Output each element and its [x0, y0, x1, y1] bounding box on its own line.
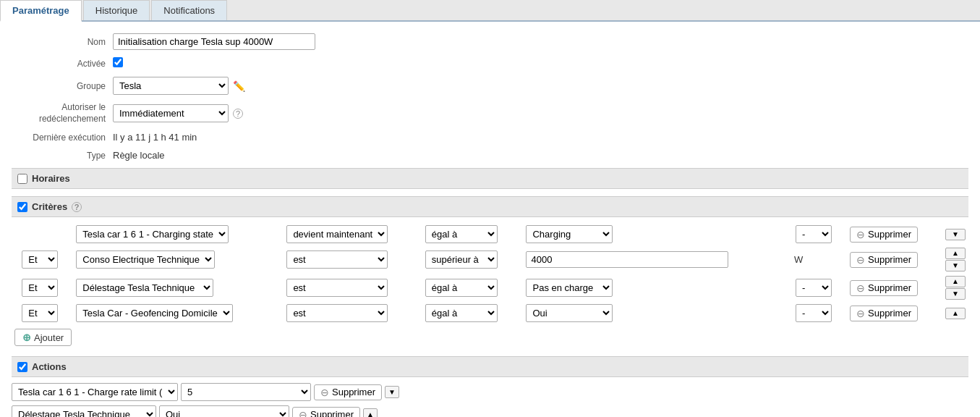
value-cell — [523, 245, 793, 274]
connector-select[interactable]: EtOu — [22, 304, 58, 322]
extra-cell: W — [793, 245, 847, 274]
criteres-checkbox[interactable] — [17, 202, 27, 212]
derniere-row: Dernière exécution Il y a 11 j 1 h 41 mi… — [12, 132, 968, 143]
delete-button[interactable]: ⊖ Supprimer — [850, 280, 918, 296]
move-up-button[interactable]: ▲ — [945, 276, 966, 287]
op2-select[interactable]: égal à — [425, 225, 498, 243]
criteria-row: EtOu Conso Electrique Technique est supé… — [12, 245, 968, 274]
extra-cell: - — [793, 274, 847, 302]
extra-cell: - — [793, 223, 847, 245]
delete-cell: ⊖ Supprimer — [847, 302, 942, 324]
autoriser-select[interactable]: Immédiatement — [113, 104, 229, 122]
connector-cell — [12, 245, 19, 274]
move-down-button[interactable]: ▼ — [945, 229, 966, 240]
device-select[interactable]: Conso Electrique Technique — [76, 250, 215, 269]
op2-cell: supérieur à — [422, 245, 524, 274]
extra-select[interactable]: - — [796, 279, 832, 297]
value-input[interactable] — [526, 251, 728, 268]
criteria-row: EtOu Tesla Car - Geofencing Domicile est… — [12, 302, 968, 324]
action-delete-button[interactable]: ⊖ Supprimer — [292, 407, 360, 417]
action-row: Tesla car 1 6 1 - Charge rate limit ( 5 … — [12, 383, 968, 401]
activee-checkbox[interactable] — [113, 57, 123, 67]
action-value-select[interactable]: 5 — [181, 383, 311, 401]
minus-icon: ⊖ — [856, 229, 865, 240]
nom-input[interactable] — [113, 33, 315, 50]
op1-select[interactable]: devient maintenant — [286, 225, 388, 243]
delete-button[interactable]: ⊖ Supprimer — [850, 306, 918, 321]
delete-label: Supprimer — [868, 308, 911, 319]
op1-select[interactable]: est — [286, 279, 388, 297]
op2-cell: égal à — [422, 223, 524, 245]
minus-icon: ⊖ — [856, 254, 865, 266]
delete-button[interactable]: ⊖ Supprimer — [850, 227, 918, 243]
activee-label: Activée — [12, 59, 113, 69]
horaires-section-header[interactable]: Horaires — [12, 168, 968, 189]
value-select[interactable]: Charging — [526, 225, 613, 243]
horaires-checkbox[interactable] — [17, 174, 27, 184]
groupe-edit-icon[interactable]: ✏️ — [233, 80, 245, 92]
minus-icon: ⊖ — [856, 282, 865, 294]
delete-cell: ⊖ Supprimer — [847, 245, 942, 274]
connector-select[interactable]: EtOu — [22, 250, 58, 269]
autoriser-value: Immédiatement ? — [113, 104, 968, 122]
value-select[interactable]: Pas en charge — [526, 279, 613, 297]
move-up-button[interactable]: ▲ — [945, 248, 966, 259]
nom-value — [113, 33, 968, 50]
delete-label: Supprimer — [868, 282, 911, 293]
actions-label: Actions — [32, 361, 67, 372]
move-cell: ▼ — [942, 223, 968, 245]
groupe-select[interactable]: Tesla — [113, 77, 229, 95]
delete-label: Supprimer — [310, 409, 354, 417]
op2-cell: égal à — [422, 302, 524, 324]
device-select[interactable]: Tesla car 1 6 1 - Charging state — [76, 225, 229, 243]
op1-select[interactable]: est — [286, 250, 388, 269]
criteria-row: Tesla car 1 6 1 - Charging state devient… — [12, 223, 968, 245]
actions-checkbox[interactable] — [17, 362, 27, 372]
move-up-button[interactable]: ▲ — [945, 308, 966, 319]
actions-section-header[interactable]: Actions — [12, 356, 968, 377]
tab-historique[interactable]: Historique — [83, 0, 150, 20]
op1-cell: est — [284, 245, 422, 274]
criteria-row: EtOu Délestage Tesla Technique est égal … — [12, 274, 968, 302]
move-up-button[interactable]: ▲ — [363, 408, 378, 417]
tab-notifications[interactable]: Notifications — [151, 0, 227, 20]
action-value-select[interactable]: Oui — [159, 405, 289, 417]
criteres-table: Tesla car 1 6 1 - Charging state devient… — [12, 223, 968, 324]
device-cell: Tesla Car - Geofencing Domicile — [73, 302, 284, 324]
criteres-add-label: Ajouter — [34, 332, 64, 343]
activee-row: Activée — [12, 57, 968, 70]
extra-select[interactable]: - — [796, 225, 832, 243]
delete-button[interactable]: ⊖ Supprimer — [850, 252, 918, 268]
op1-select[interactable]: est — [286, 304, 388, 322]
criteres-help-icon: ? — [72, 202, 82, 212]
op2-cell: égal à — [422, 274, 524, 302]
criteres-add-button[interactable]: ⊕ Ajouter — [14, 329, 72, 346]
action-device-select[interactable]: Délestage Tesla Technique — [12, 405, 156, 417]
op1-cell: est — [284, 302, 422, 324]
device-select[interactable]: Délestage Tesla Technique — [76, 279, 213, 297]
action-delete-button[interactable]: ⊖ Supprimer — [314, 384, 382, 400]
criteres-section-header[interactable]: Critères ? — [12, 196, 968, 217]
delete-cell: ⊖ Supprimer — [847, 223, 942, 245]
move-down-button[interactable]: ▼ — [945, 288, 966, 300]
tab-parametrage[interactable]: Paramétrage — [0, 0, 82, 22]
op1-cell: est — [284, 274, 422, 302]
connector-select-cell — [19, 223, 73, 245]
delete-label: Supprimer — [332, 387, 375, 397]
device-select[interactable]: Tesla Car - Geofencing Domicile — [76, 304, 233, 322]
move-down-button[interactable]: ▼ — [945, 260, 966, 271]
action-device-select[interactable]: Tesla car 1 6 1 - Charge rate limit ( — [12, 383, 178, 401]
tab-bar: Paramétrage Historique Notifications — [0, 0, 980, 22]
op2-select[interactable]: égal à — [425, 304, 498, 322]
value-select[interactable]: Oui — [526, 304, 613, 322]
device-cell: Conso Electrique Technique — [73, 245, 284, 274]
type-value: Règle locale — [113, 150, 968, 161]
delete-label: Supprimer — [868, 254, 911, 265]
connector-select[interactable]: EtOu — [22, 279, 58, 297]
unit-label: W — [794, 254, 803, 265]
op2-select[interactable]: supérieur à — [425, 250, 498, 269]
move-down-button[interactable]: ▼ — [385, 386, 399, 398]
op2-select[interactable]: égal à — [425, 279, 498, 297]
minus-icon: ⊖ — [320, 387, 329, 398]
extra-select[interactable]: - — [796, 304, 832, 322]
